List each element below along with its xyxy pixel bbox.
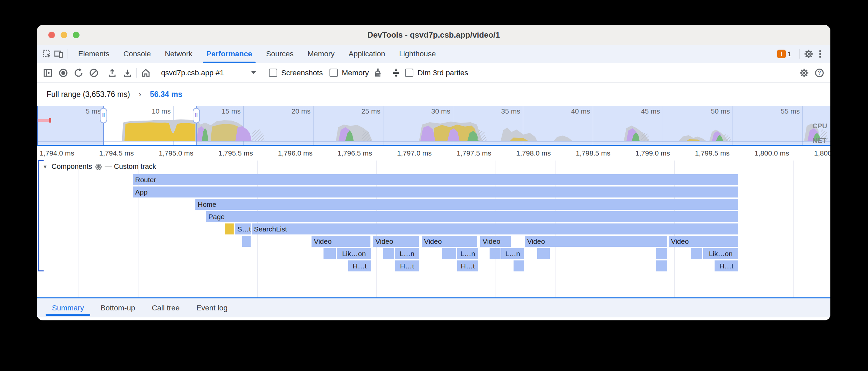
titlebar: DevTools - qsvd7p.csb.app/video/1 <box>37 25 830 45</box>
window-title: DevTools - qsvd7p.csb.app/video/1 <box>37 25 830 45</box>
flame-bar-page[interactable]: Page <box>206 211 738 222</box>
tab-performance[interactable]: Performance <box>199 45 259 63</box>
flame-bar-ht[interactable]: H…t <box>457 260 478 272</box>
flame-bar-video[interactable]: Video <box>525 236 667 247</box>
divider <box>262 68 262 78</box>
clear-icon[interactable] <box>88 67 99 79</box>
target-select[interactable]: qsvd7p.csb.app #1 <box>161 68 256 77</box>
minimap-tick-label: 5 ms <box>86 107 101 115</box>
dim-3rd-parties-checkbox[interactable]: Dim 3rd parties <box>405 68 468 77</box>
flame-bar-ht[interactable]: H…t <box>715 260 738 272</box>
checkbox-icon[interactable] <box>405 68 413 77</box>
reload-record-icon[interactable] <box>73 67 84 79</box>
perf-toolbar: qsvd7p.csb.app #1 Screenshots Memory Dim… <box>37 63 830 83</box>
memory-checkbox[interactable]: Memory <box>330 68 369 77</box>
flame-bar-video[interactable]: Video <box>373 236 419 247</box>
home-icon[interactable] <box>140 67 151 79</box>
flame-bar[interactable] <box>225 224 234 234</box>
flame-chart[interactable]: ▼ Components — Custom track RouterAppHom… <box>37 146 830 298</box>
device-toolbar-icon[interactable] <box>53 48 64 60</box>
checkbox-icon[interactable] <box>269 68 277 77</box>
tab-application[interactable]: Application <box>341 45 392 63</box>
flame-bar[interactable] <box>656 260 667 272</box>
flame-bar-searchlist[interactable]: SearchList <box>252 224 738 234</box>
divider <box>136 68 137 78</box>
bottom-tab-call-tree[interactable]: Call tree <box>144 298 188 317</box>
inspect-element-icon[interactable] <box>41 48 53 60</box>
bottom-tabbar: SummaryBottom-upCall treeEvent log <box>37 298 830 317</box>
cpu-lane-label: CPU <box>812 122 827 130</box>
dim-3rd-parties-label: Dim 3rd parties <box>417 68 468 77</box>
tab-console[interactable]: Console <box>117 45 158 63</box>
bottom-tab-event-log[interactable]: Event log <box>188 298 236 317</box>
minimap-tick-label: 15 ms <box>222 107 241 115</box>
more-options-icon[interactable] <box>814 48 826 60</box>
flame-bar[interactable] <box>383 248 394 259</box>
svg-text:?: ? <box>818 70 821 76</box>
flame-bar-home[interactable]: Home <box>195 199 738 210</box>
settings-gear-icon[interactable] <box>803 48 814 60</box>
flame-bar-likon[interactable]: Lik…on <box>337 248 371 259</box>
flame-bar-video[interactable]: Video <box>312 236 370 247</box>
flame-bar[interactable] <box>323 248 336 259</box>
track-selection-bracket <box>38 160 39 272</box>
network-request-bar <box>38 119 49 122</box>
flame-bar-st[interactable]: S…t <box>235 224 251 234</box>
cpu-activity-chart <box>37 115 830 141</box>
bottom-tab-summary[interactable]: Summary <box>43 298 92 317</box>
screenshots-label: Screenshots <box>281 68 323 77</box>
perf-settings-gear-icon[interactable] <box>799 67 810 79</box>
toggle-sidebar-icon[interactable] <box>42 67 54 79</box>
divider <box>155 68 155 78</box>
tab-network[interactable]: Network <box>158 45 199 63</box>
screenshots-checkbox[interactable]: Screenshots <box>269 68 323 77</box>
flame-bar[interactable] <box>490 248 501 259</box>
tab-memory[interactable]: Memory <box>301 45 341 63</box>
timeline-minimap[interactable]: 5 ms10 ms15 ms20 ms25 ms30 ms35 ms40 ms4… <box>37 106 830 145</box>
warning-count: 1 <box>787 50 792 58</box>
chevron-down-icon <box>251 71 256 74</box>
flame-bar-ht[interactable]: H…t <box>348 260 371 272</box>
record-icon[interactable] <box>58 67 69 79</box>
flame-bar-ln[interactable]: L…n <box>395 248 419 259</box>
net-lane-label: NET <box>812 137 827 145</box>
minimap-tick-label: 35 ms <box>501 107 520 115</box>
download-profile-icon[interactable] <box>122 67 133 79</box>
net-lane-divider <box>37 141 830 142</box>
checkbox-icon[interactable] <box>330 68 338 77</box>
flame-bar[interactable] <box>691 248 702 259</box>
flame-bar-ht[interactable]: H…t <box>395 260 419 272</box>
flame-bar[interactable] <box>242 236 251 247</box>
bottom-tab-bottom-up[interactable]: Bottom-up <box>92 298 144 317</box>
upload-profile-icon[interactable] <box>106 67 118 79</box>
flame-bar-video[interactable]: Video <box>422 236 477 247</box>
flame-bar[interactable] <box>537 248 550 259</box>
flame-bar[interactable] <box>656 248 667 259</box>
flame-bar[interactable] <box>442 248 456 259</box>
collapse-caret-icon[interactable]: ▼ <box>42 164 48 170</box>
flame-bar-video[interactable]: Video <box>669 236 738 247</box>
collect-garbage-icon[interactable] <box>372 67 383 79</box>
minimap-tick-label: 30 ms <box>431 107 450 115</box>
tab-elements[interactable]: Elements <box>71 45 117 63</box>
flame-bar-ln[interactable]: L…n <box>457 248 478 259</box>
memory-label: Memory <box>342 68 369 77</box>
flame-bar-likon[interactable]: Lik…on <box>703 248 738 259</box>
full-range-crumb[interactable]: Full range (3,653.76 ms) <box>46 90 130 99</box>
tab-sources[interactable]: Sources <box>259 45 301 63</box>
components-track-header[interactable]: ▼ Components — Custom track <box>42 163 156 171</box>
flame-bar-router[interactable]: Router <box>133 174 738 185</box>
warning-badge-icon[interactable]: ! <box>777 50 786 58</box>
shrink-flame-icon[interactable] <box>391 67 402 79</box>
target-select-value: qsvd7p.csb.app #1 <box>161 68 224 77</box>
bottom-tabs: SummaryBottom-upCall treeEvent log <box>43 298 236 317</box>
selection-left-handle[interactable]: ‖ <box>100 108 107 123</box>
selected-range-crumb[interactable]: 56.34 ms <box>150 90 182 99</box>
flame-bar[interactable] <box>514 260 524 272</box>
flame-bar-ln[interactable]: L…n <box>501 248 524 259</box>
flame-bar-video[interactable]: Video <box>480 236 511 247</box>
tab-lighthouse[interactable]: Lighthouse <box>392 45 443 63</box>
help-icon[interactable]: ? <box>814 67 825 79</box>
selection-right-handle[interactable]: ‖ <box>193 108 200 123</box>
flame-bar-app[interactable]: App <box>133 187 738 198</box>
